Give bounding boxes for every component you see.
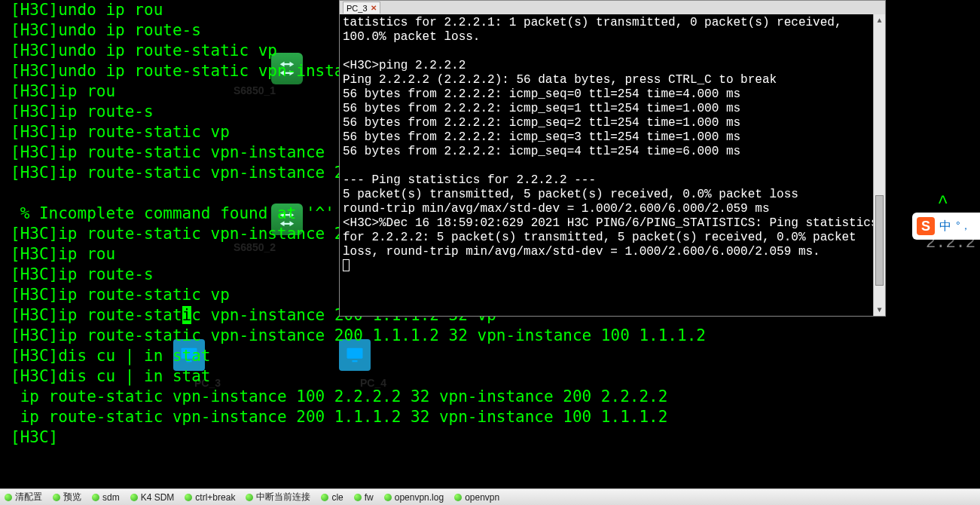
statusbar-item[interactable]: 预览 [53,491,81,503]
ime-punct[interactable]: °， [956,219,971,233]
status-dot-icon [454,494,462,501]
statusbar-item[interactable]: 中断当前连接 [246,491,310,503]
statusbar-item[interactable]: K4 SDM [130,492,175,503]
status-dot-icon [53,494,60,501]
statusbar-label: openvpn [465,492,499,503]
statusbar-label: openvpn.log [395,492,444,503]
status-dot-icon [130,494,138,501]
statusbar-label: ctrl+break [195,492,235,503]
status-dot-icon [5,494,12,501]
statusbar-label: 中断当前连接 [256,491,310,503]
sogou-logo-icon[interactable]: S [917,217,935,235]
statusbar-item[interactable]: openvpn [454,492,499,503]
statusbar-item[interactable]: fw [354,492,374,503]
statusbar-item[interactable]: ctrl+break [185,492,235,503]
statusbar-item[interactable]: cle [321,492,343,503]
status-dot-icon [185,494,192,501]
scrollbar-thumb[interactable] [875,195,884,286]
ime-toolbar[interactable]: S 中 °， [912,213,980,240]
ime-mode[interactable]: 中 [939,219,951,234]
pc3-terminal-output[interactable]: tatistics for 2.2.2.1: 1 packet(s) trans… [340,14,885,316]
status-dot-icon [384,494,392,501]
status-dot-icon [246,494,253,501]
terminal-tabbar: PC_3 ✕ [340,1,885,14]
status-dot-icon [354,494,362,501]
terminal-cursor [343,259,350,271]
status-dot-icon [321,494,328,501]
scroll-up-arrow[interactable]: ▲ [874,14,885,26]
statusbar-label: K4 SDM [141,492,175,503]
status-dot-icon [92,494,99,501]
statusbar-label: fw [365,492,374,503]
scroll-down-arrow[interactable]: ▼ [874,304,885,316]
statusbar-item[interactable]: sdm [92,492,120,503]
terminal-tab-pc3[interactable]: PC_3 ✕ [343,2,380,14]
caret-marker: ^ [938,192,948,213]
statusbar-item[interactable]: openvpn.log [384,492,444,503]
statusbar-label: 预览 [63,491,81,503]
tab-label: PC_3 [347,4,368,13]
close-icon[interactable]: ✕ [371,4,377,12]
statusbar-label: cle [331,492,343,503]
statusbar-item[interactable]: 清配置 [5,491,42,503]
scrollbar[interactable]: ▲ ▼ [873,14,885,316]
status-bar: 清配置预览sdmK4 SDMctrl+break中断当前连接clefwopenv… [0,488,980,505]
statusbar-label: 清配置 [15,491,42,503]
statusbar-label: sdm [102,492,120,503]
pc3-terminal-window[interactable]: PC_3 ✕ tatistics for 2.2.2.1: 1 packet(s… [339,0,886,317]
